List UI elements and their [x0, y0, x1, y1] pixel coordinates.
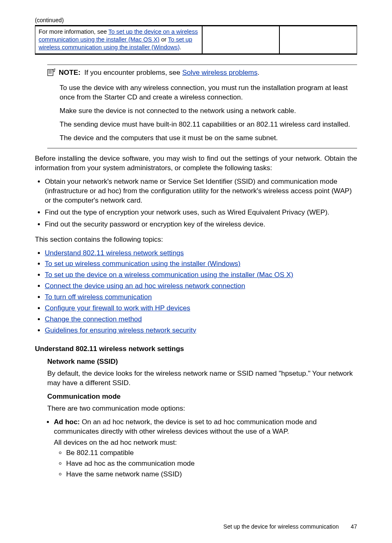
list-item: Find out the type of encryption your net… — [45, 208, 357, 217]
table-cell-left: For more information, see To set up the … — [35, 26, 202, 54]
list-item: Obtain your network's network name or Se… — [45, 177, 357, 206]
topic-link[interactable]: Understand 802.11 wireless network setti… — [45, 249, 184, 257]
list-item: Find out the security password or encryp… — [45, 220, 357, 229]
info-table: For more information, see To set up the … — [35, 25, 357, 55]
comm-title: Communication mode — [47, 392, 357, 402]
section-heading: Understand 802.11 wireless network setti… — [35, 344, 357, 354]
note-paragraph: The sending device must have built-in 80… — [60, 120, 357, 129]
ssid-title: Network name (SSID) — [47, 357, 357, 367]
topic-link[interactable]: Connect the device using an ad hoc wirel… — [45, 282, 245, 290]
text: or — [159, 36, 168, 43]
note-paragraph: The device and the computers that use it… — [60, 134, 357, 143]
text: If you encounter problems, see — [84, 69, 182, 76]
page-number: 47 — [350, 523, 357, 530]
svg-rect-0 — [48, 69, 53, 76]
note-block: NOTE: If you encounter problems, see Sol… — [47, 65, 357, 148]
table-cell-right — [279, 26, 357, 54]
note-icon — [47, 68, 55, 79]
adhoc-label: Ad hoc: — [54, 418, 80, 426]
topic-link[interactable]: To set up the device on a wireless commu… — [45, 271, 293, 279]
topics-intro: This section contains the following topi… — [35, 235, 357, 245]
note-label: NOTE: — [59, 69, 81, 76]
topic-link[interactable]: Configure your firewall to work with HP … — [45, 304, 190, 312]
topic-link[interactable]: To set up wireless communication using t… — [45, 260, 240, 268]
table-cell-mid — [202, 26, 280, 54]
sub-list-item: Have ad hoc as the communication mode — [66, 459, 357, 469]
note-paragraph: Make sure the device is not connected to… — [60, 106, 357, 116]
topic-link[interactable]: Guidelines for ensuring wireless network… — [45, 326, 196, 334]
continued-label: (continued) — [35, 16, 357, 24]
text: For more information, see — [39, 28, 108, 35]
ssid-paragraph: By default, the device looks for the wir… — [47, 369, 357, 388]
adhoc-line2: All devices on the ad hoc network must: — [54, 438, 357, 448]
footer-text: Set up the device for wireless communica… — [224, 523, 339, 530]
sub-list-item: Have the same network name (SSID) — [66, 470, 357, 479]
adhoc-text: On an ad hoc network, the device is set … — [54, 418, 317, 435]
sub-list-item: Be 802.11 compatible — [66, 448, 357, 458]
topic-link[interactable]: Change the connection method — [45, 315, 142, 323]
link-solve-wireless[interactable]: Solve wireless problems — [182, 69, 257, 76]
text: . — [180, 44, 181, 51]
note-paragraph: To use the device with any wireless conn… — [60, 83, 357, 102]
topic-link[interactable]: To turn off wireless communication — [45, 293, 152, 301]
page-footer: Set up the device for wireless communica… — [224, 523, 357, 531]
list-item-adhoc: Ad hoc: On an ad hoc network, the device… — [54, 418, 357, 480]
comm-intro: There are two communication mode options… — [47, 404, 357, 414]
lead-paragraph: Before installing the device software, y… — [35, 154, 357, 173]
